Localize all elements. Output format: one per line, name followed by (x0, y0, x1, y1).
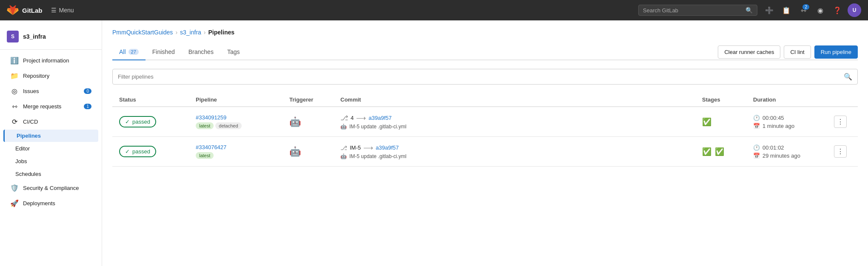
security-icon: 🛡️ (10, 184, 19, 192)
tag-latest-2: latest (196, 152, 214, 159)
time-ago-2: 29 minutes ago (762, 153, 800, 159)
filter-pipelines-input[interactable] (113, 70, 839, 83)
sidebar-item-label: Repository (23, 73, 49, 79)
branch-count-icon-1: ⎇ (340, 114, 348, 122)
issues-badge: 0 (84, 88, 91, 94)
calendar-icon-1: 📅 (753, 123, 760, 129)
issues-icon: ◎ (10, 87, 19, 95)
table-header: Status Pipeline Triggerer Commit Stages … (112, 93, 858, 107)
editor-label: Editor (15, 145, 30, 152)
sidebar-item-project-information[interactable]: ℹ️ Project information (3, 53, 98, 68)
header-status: Status (119, 96, 196, 103)
triggerer-icon-2: 🤖 (289, 146, 301, 157)
pipeline-link-2[interactable]: #334076427 (196, 144, 289, 150)
search-bar: 🔍 (638, 5, 757, 16)
sidebar-item-security-compliance[interactable]: 🛡️ Security & Compliance (3, 181, 98, 195)
commit-hash-1[interactable]: a39a9f57 (368, 115, 391, 121)
tab-branches[interactable]: Branches (182, 44, 220, 60)
sidebar-project: S s3_infra (0, 27, 102, 50)
commit-hash-2[interactable]: a39a9f57 (376, 144, 399, 151)
sidebar-item-cicd[interactable]: ⟳ CI/CD (3, 114, 98, 129)
header-duration: Duration (753, 96, 830, 103)
more-actions-button-2[interactable]: ⋮ (834, 145, 847, 158)
plus-icon: ➕ (765, 6, 774, 14)
sidebar-item-label: Merge requests (23, 103, 61, 110)
pipelines-table: Status Pipeline Triggerer Commit Stages … (112, 93, 858, 167)
create-button[interactable]: ➕ (762, 3, 776, 17)
commit-cell-2: ⎇ IM-5 ⟶ a39a9f57 🤖 IM-5 update .gitlab-… (340, 144, 702, 159)
stages-cell-1: ✅ (702, 117, 753, 127)
commit-branch-2: IM-5 (350, 144, 361, 151)
clear-runner-caches-button[interactable]: Clear runner caches (718, 45, 780, 59)
todo-button[interactable]: 📋 (779, 3, 793, 17)
project-avatar: S (7, 31, 19, 42)
table-row: ✓ passed #334076427 latest 🤖 ⎇ IM (112, 137, 858, 167)
tag-detached-1: detached (215, 122, 241, 129)
commit-msg-line-1: 🤖 IM-5 update .gitlab-ci.yml (340, 124, 702, 130)
breadcrumb-item-org[interactable]: PmmQuickStartGuides (112, 29, 173, 36)
menu-button[interactable]: ☰ Menu (48, 5, 77, 15)
nav-icons: ➕ 📋 ⇿ 2 ◉ ❓ U (762, 3, 861, 17)
project-name: s3_infra (23, 33, 46, 40)
breadcrumb-item-project[interactable]: s3_infra (180, 29, 201, 36)
tab-all-count: 27 (128, 49, 139, 55)
status-badge-passed-2: ✓ passed (119, 146, 156, 157)
ci-lint-button[interactable]: CI lint (784, 45, 811, 59)
info-icon: ℹ️ (10, 57, 19, 65)
sidebar-item-repository[interactable]: 📁 Repository (3, 68, 98, 83)
filter-search-button[interactable]: 🔍 (839, 69, 857, 84)
sidebar-item-merge-requests[interactable]: ⇿ Merge requests 1 (3, 99, 98, 114)
gitlab-logo[interactable]: GitLab (7, 4, 43, 16)
run-pipeline-button[interactable]: Run pipeline (814, 45, 858, 59)
sidebar-item-label: Security & Compliance (23, 185, 79, 191)
sidebar-subitem-editor[interactable]: Editor (3, 142, 98, 155)
table-row: ✓ passed #334091259 latest detached 🤖 (112, 107, 858, 137)
search-input[interactable] (643, 7, 745, 14)
gitlab-wordmark: GitLab (22, 7, 43, 14)
user-avatar[interactable]: U (848, 3, 861, 17)
toolbar-buttons: Clear runner caches CI lint Run pipeline (718, 45, 858, 59)
pipelines-label: Pipelines (17, 133, 41, 139)
main-content: PmmQuickStartGuides › s3_infra › Pipelin… (102, 20, 868, 266)
project-initial: S (11, 34, 14, 40)
tab-all[interactable]: All 27 (112, 44, 146, 60)
triggerer-cell-1: 🤖 (289, 116, 340, 127)
pipeline-link-1[interactable]: #334091259 (196, 114, 289, 121)
header-stages: Stages (702, 96, 753, 103)
sidebar-subitem-pipelines[interactable]: Pipelines (3, 130, 98, 142)
arrow-icon-2: ⟶ (363, 144, 373, 152)
commit-msg-icon-2: 🤖 (340, 153, 347, 159)
schedules-label: Schedules (15, 171, 41, 177)
actions-cell-2: ⋮ (830, 145, 851, 158)
tab-all-label: All (119, 48, 126, 55)
header-actions (830, 96, 851, 103)
sidebar-item-label: CI/CD (23, 119, 38, 125)
hamburger-icon: ☰ (51, 7, 57, 14)
time-ago-line-1: 📅 1 minute ago (753, 123, 830, 129)
clock-icon-1: 🕐 (753, 115, 760, 121)
merge-request-button[interactable]: ⇿ 2 (797, 3, 810, 17)
time-ago-1: 1 minute ago (762, 123, 794, 129)
commit-ref-line-1: ⎇ 4 ⟶ a39a9f57 (340, 114, 702, 122)
sidebar-item-label: Project information (23, 57, 69, 64)
tab-tags[interactable]: Tags (220, 44, 247, 60)
commit-cell-1: ⎇ 4 ⟶ a39a9f57 🤖 IM-5 update .gitlab-ci.… (340, 114, 702, 130)
duration-line-2: 🕐 00:01:02 (753, 144, 830, 151)
sidebar-subitem-schedules[interactable]: Schedules (3, 168, 98, 180)
duration-cell-1: 🕐 00:00:45 📅 1 minute ago (753, 115, 830, 129)
stage-check-2b: ✅ (715, 147, 724, 156)
commit-msg-2: IM-5 update .gitlab-ci.yml (349, 153, 406, 159)
commit-ref-line-2: ⎇ IM-5 ⟶ a39a9f57 (340, 144, 702, 152)
header-commit: Commit (340, 96, 702, 103)
deployments-icon: 🚀 (10, 199, 19, 207)
tab-tags-label: Tags (227, 48, 240, 55)
time-ago-line-2: 📅 29 minutes ago (753, 153, 830, 159)
more-actions-button-1[interactable]: ⋮ (834, 116, 847, 128)
status-badge-passed-1: ✓ passed (119, 116, 156, 127)
tab-finished[interactable]: Finished (146, 44, 182, 60)
sidebar-item-deployments[interactable]: 🚀 Deployments (3, 196, 98, 211)
sidebar-subitem-jobs[interactable]: Jobs (3, 155, 98, 167)
issues-button[interactable]: ◉ (814, 3, 827, 17)
help-button[interactable]: ❓ (831, 3, 844, 17)
sidebar-item-issues[interactable]: ◎ Issues 0 (3, 84, 98, 99)
